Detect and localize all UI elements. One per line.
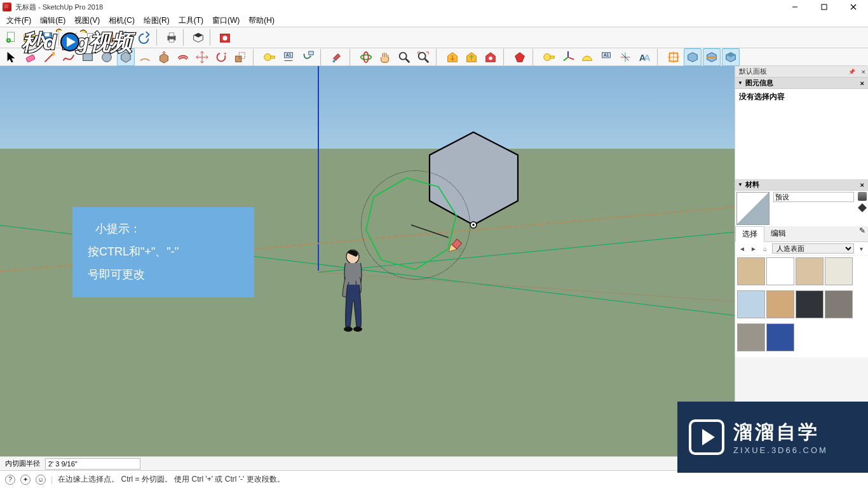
section-display-button[interactable] [684,48,702,66]
nav-home-icon[interactable]: ⌂ [761,244,770,253]
eyedropper-icon[interactable]: ✎ [859,226,865,235]
zoom-extents-tool[interactable] [414,48,432,66]
circle-tool[interactable] [98,48,116,66]
materials-tab-edit[interactable]: 编辑 [764,226,792,241]
menu-tools[interactable]: 工具(T) [175,15,207,27]
swatch[interactable] [766,290,794,318]
tip-line1: 按CTRL和"+"、"-" [88,240,239,263]
save-button[interactable] [38,29,56,46]
menu-edit[interactable]: 编辑(E) [36,15,69,27]
materials-header[interactable]: ▼ 材料 × [735,179,868,191]
svg-point-10 [75,39,79,43]
cut-button[interactable] [65,29,83,46]
warehouse-share-button[interactable] [463,48,480,66]
menu-help[interactable]: 帮助(H) [245,15,278,27]
offset-tool[interactable] [174,48,192,66]
swatch[interactable] [766,323,794,351]
entity-info-header[interactable]: ▼ 图元信息 × [735,78,868,89]
nav-forward-icon[interactable]: ► [749,244,758,253]
polygon-tool[interactable] [117,48,135,66]
scale-tool[interactable] [231,48,249,66]
menu-view[interactable]: 视图(V) [71,15,104,27]
tray-title[interactable]: 默认面板 📌 × [735,66,868,78]
brand-watermark: 溜溜自学 ZIXUE.3D66.COM [677,402,868,473]
user-icon[interactable]: ☺ [36,475,46,485]
section-tool[interactable] [665,48,682,66]
paste-button[interactable] [100,29,118,46]
copy-button[interactable] [83,29,100,46]
redo-button[interactable] [136,29,154,46]
geo-icon[interactable]: ✦ [20,475,31,485]
axes-tool[interactable] [559,48,577,66]
svg-point-38 [400,52,407,59]
section-cut-button[interactable] [703,48,721,66]
menu-camera[interactable]: 相机(C) [105,15,139,27]
material-library-select[interactable]: 人造表面 [772,243,854,254]
svg-point-37 [363,51,368,62]
swatch[interactable] [737,290,765,318]
menu-draw[interactable]: 绘图(R) [140,15,173,27]
swatch[interactable] [766,257,794,285]
panel-close-icon[interactable]: × [860,181,864,189]
swatch[interactable] [825,257,853,285]
menu-window[interactable]: 窗口(W) [208,15,243,27]
arc-tool[interactable] [136,48,154,66]
viewport[interactable]: 小提示： 按CTRL和"+"、"-" 号即可更改 [0,66,735,470]
pan-tool[interactable] [376,48,394,66]
current-material-swatch[interactable] [736,192,770,225]
select-tool[interactable] [3,48,20,66]
3dtext-tool[interactable]: AA [635,48,653,66]
create-material-icon[interactable] [858,192,867,201]
swatch[interactable] [796,257,824,285]
tape-measure-button[interactable] [540,48,558,66]
warehouse-get-button[interactable] [444,48,461,66]
new-button[interactable]: + [3,29,20,46]
material-swatches [735,255,868,357]
rectangle-tool[interactable] [79,48,97,66]
orbit-tool[interactable] [357,48,375,66]
ext-warehouse-button[interactable] [482,48,499,66]
undo-button[interactable] [118,29,136,46]
vcb-input[interactable] [45,458,140,470]
model-info-button[interactable] [189,29,207,46]
rotate-tool[interactable] [212,48,230,66]
help-icon[interactable]: ? [5,475,15,485]
zoom-tool[interactable] [395,48,413,66]
extension-warehouse-button[interactable] [216,29,234,46]
title-bar: 无标题 - SketchUp Pro 2018 [0,0,868,14]
dimension-tool[interactable]: A1 [280,48,297,66]
nav-back-icon[interactable]: ◄ [738,244,747,253]
move-tool[interactable] [193,48,211,66]
close-button[interactable] [839,0,868,14]
line-tool[interactable] [41,48,58,66]
vcb-label: 内切圆半径 [5,459,40,468]
library-menu-icon[interactable]: ▾ [857,244,865,253]
maximize-button[interactable] [810,0,839,14]
swatch[interactable] [796,290,824,318]
swatch[interactable] [737,323,765,351]
materials-tab-select[interactable]: 选择 [735,226,764,242]
text-label-tool[interactable]: A1 [597,48,615,66]
swatch[interactable] [737,257,765,285]
close-tray-icon[interactable]: × [862,68,865,76]
swatch[interactable] [825,290,853,318]
minimize-button[interactable] [780,0,810,14]
pushpull-tool[interactable] [155,48,173,66]
svg-point-62 [472,224,475,226]
open-button[interactable] [20,29,38,46]
protractor-tool[interactable] [578,48,596,66]
text-tool[interactable] [299,48,316,66]
material-name-input[interactable] [773,192,854,202]
section-fill-button[interactable] [722,48,740,66]
paint-tool[interactable] [328,48,346,66]
freehand-tool[interactable] [60,48,78,66]
axes-button[interactable] [616,48,634,66]
ruby-button[interactable] [511,48,529,66]
menu-file[interactable]: 文件(F) [3,15,35,27]
print-button[interactable] [163,29,180,46]
pin-icon[interactable]: 📌 [848,69,855,75]
eraser-tool[interactable] [22,48,39,66]
default-material-icon[interactable] [858,203,867,212]
tape-tool[interactable] [261,48,278,66]
panel-close-icon[interactable]: × [860,79,864,87]
